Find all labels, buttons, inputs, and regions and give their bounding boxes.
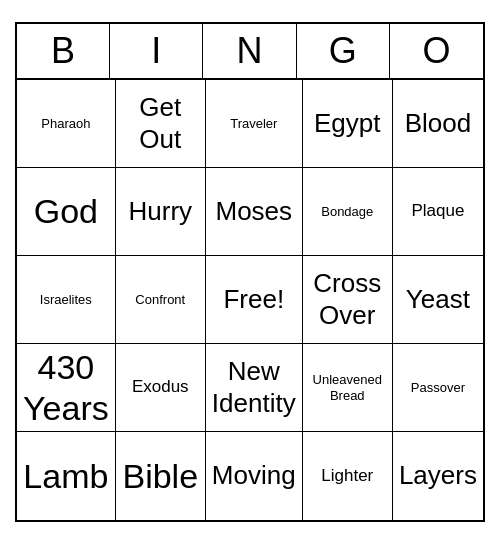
bingo-cell: Bible [116,432,206,520]
bingo-cell: New Identity [206,344,303,432]
cell-text: Yeast [406,284,470,315]
bingo-cell: Blood [393,80,483,168]
cell-text: Unleavened Bread [309,372,386,403]
cell-text: Plaque [411,201,464,221]
bingo-cell: Egypt [303,80,393,168]
cell-text: Moving [212,460,296,491]
cell-text: Lamb [23,456,108,497]
cell-text: Confront [135,292,185,308]
bingo-cell: Moving [206,432,303,520]
bingo-cell: Layers [393,432,483,520]
header-letter: B [17,24,110,78]
cell-text: Get Out [122,92,199,154]
cell-text: Hurry [129,196,193,227]
bingo-cell: Traveler [206,80,303,168]
bingo-grid: PharaohGet OutTravelerEgyptBloodGodHurry… [17,80,483,520]
cell-text: Israelites [40,292,92,308]
header-letter: N [203,24,296,78]
bingo-cell: Confront [116,256,206,344]
cell-text: Lighter [321,466,373,486]
header-letter: O [390,24,483,78]
bingo-cell: Unleavened Bread [303,344,393,432]
bingo-cell: Israelites [17,256,116,344]
bingo-cell: Bondage [303,168,393,256]
bingo-cell: Hurry [116,168,206,256]
bingo-cell: Lamb [17,432,116,520]
cell-text: Cross Over [309,268,386,330]
header-letter: G [297,24,390,78]
cell-text: 430 Years [23,347,109,429]
bingo-header: BINGO [17,24,483,80]
cell-text: Layers [399,460,477,491]
cell-text: Bondage [321,204,373,220]
bingo-cell: Yeast [393,256,483,344]
bingo-cell: God [17,168,116,256]
cell-text: Egypt [314,108,381,139]
cell-text: Moses [215,196,292,227]
cell-text: Exodus [132,377,189,397]
cell-text: Passover [411,380,465,396]
cell-text: New Identity [212,356,296,418]
bingo-cell: Plaque [393,168,483,256]
cell-text: God [34,191,98,232]
bingo-cell: Lighter [303,432,393,520]
cell-text: Traveler [230,116,277,132]
cell-text: Pharaoh [41,116,90,132]
bingo-cell: Passover [393,344,483,432]
header-letter: I [110,24,203,78]
bingo-cell: Free! [206,256,303,344]
bingo-cell: Moses [206,168,303,256]
bingo-cell: Cross Over [303,256,393,344]
cell-text: Blood [405,108,472,139]
bingo-card: BINGO PharaohGet OutTravelerEgyptBloodGo… [15,22,485,522]
bingo-cell: Get Out [116,80,206,168]
cell-text: Bible [122,456,198,497]
cell-text: Free! [223,284,284,315]
bingo-cell: Exodus [116,344,206,432]
bingo-cell: Pharaoh [17,80,116,168]
bingo-cell: 430 Years [17,344,116,432]
